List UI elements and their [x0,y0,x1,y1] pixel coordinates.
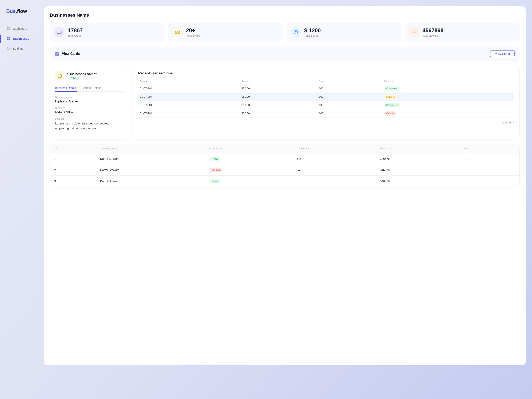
total-cards-icon [54,27,64,38]
list-item: 3 Darrel Steward Active 346578 ··· [50,176,519,187]
page-title: Businesses Name [50,13,519,18]
sidebar: Bus.flow Dashboard Businesses [0,0,42,399]
svg-rect-23 [55,54,57,56]
field-business-id-label: Business ID [55,107,124,109]
svg-rect-1 [9,27,10,28]
sidebar-item-businesses-label: Businesses [13,37,29,40]
total-cards-info: 17867 Total Cards [68,27,83,37]
tx-date: 01-07-204 [138,101,240,109]
tx-status: Cancel [382,109,514,118]
view-cards-left: View Cards [55,51,80,56]
col-amount: Amount [240,79,317,84]
logo-flow: .flow [16,8,27,14]
main-content: Businesses Name 17867 Total Cards [42,0,532,399]
tab-business-details[interactable]: Business Details [55,85,77,92]
dashboard-icon [7,27,11,31]
total-reward-info: 4567898 Total Reward [423,27,443,37]
cards-table-section: # ▾ Customer Name Card Status Total Scan… [50,144,519,187]
field-location-label: Location [55,117,124,120]
card-status-cell: Active [205,176,292,187]
field-business-name-label: Business name [55,96,124,99]
svg-rect-7 [9,39,10,40]
card-total-points: 346578 [376,176,459,187]
total-spent-label: Total Spent [304,34,321,37]
cards-col-status: Card Status [205,144,292,153]
transactions-table: Date ▾ Amount Cards Status ▾ 01-07-204 $… [138,79,514,118]
total-scans-icon [172,27,183,38]
svg-rect-14 [175,33,177,34]
field-business-id: Business ID 654738905789 [55,107,124,114]
svg-rect-15 [178,33,180,34]
svg-point-8 [8,48,9,49]
tx-cards: 100 [317,93,382,101]
cards-col-points: Total Points [376,144,459,153]
total-scans-info: 20+ Total Scans [186,27,200,37]
total-scans-value: 20+ [186,27,200,34]
col-status: Status ▾ [382,79,514,84]
table-row: 01-07-204 $50.00 100 Cancel [138,109,514,118]
tx-amount: $50.00 [240,93,317,101]
view-all-link[interactable]: View all → [138,121,514,124]
card-action[interactable]: ··· [459,153,519,164]
stat-card-total-spent: $ $ 1200 Total Spent [286,23,401,42]
total-reward-icon [409,27,419,38]
svg-rect-13 [178,31,180,32]
stat-card-total-cards: 17867 Total Cards [50,23,165,42]
business-display-name: "Businesses Name" [67,72,97,76]
svg-rect-12 [175,31,177,32]
cards-header-row: # ▾ Customer Name Card Status Total Scan… [50,144,519,153]
view-cards-bar: View Cards View Cards [50,47,519,61]
tx-status: Completed [382,101,514,109]
tx-date: 01-07-204 [138,93,240,101]
total-reward-value: 4567898 [423,27,443,34]
card-action[interactable]: ··· [459,164,519,176]
svg-rect-24 [57,54,59,56]
total-cards-value: 17867 [68,27,83,34]
transactions-panel: Recent Transections Date ▾ Amount Cards … [133,66,519,139]
svg-rect-4 [7,37,8,38]
table-row: 01-07-204 $50.00 100 Completed [138,101,514,109]
col-cards: Cards [317,79,382,84]
svg-rect-22 [57,52,59,54]
svg-rect-10 [57,32,61,32]
transactions-title: Recent Transections [138,71,514,76]
settings-icon [7,47,11,51]
transactions-header-row: Date ▾ Amount Cards Status ▾ [138,79,514,84]
svg-rect-5 [9,37,10,38]
card-action[interactable]: ··· [459,176,519,187]
view-cards-bar-icon [55,51,59,56]
cards-col-customer: Customer Name [96,144,205,153]
view-cards-bar-label: View Cards [62,52,80,56]
tx-date: 01-07-204 [138,109,240,118]
businesses-icon [7,37,11,41]
card-num: 1 [50,153,96,164]
svg-rect-2 [7,29,8,30]
logo: Bus.flow [4,8,38,14]
tx-amount: $50.00 [240,101,317,109]
sidebar-item-settings-label: Settings [13,47,24,50]
cards-col-action: Action [459,144,519,153]
svg-rect-9 [57,31,61,34]
business-status-badge: Active [67,76,79,80]
list-item: 2 Darrel Steward InActive 546 346578 ··· [50,164,519,176]
tx-cards: 100 [317,101,382,109]
card-total-scans: 546 [292,164,376,176]
sidebar-item-settings[interactable]: Settings [4,44,38,53]
table-row: 01-07-204 $50.00 100 Pending [138,93,514,101]
sidebar-item-businesses[interactable]: Businesses [4,34,38,43]
card-num: 3 [50,176,96,187]
table-row: 01-07-204 $50.00 100 Completed [138,84,514,93]
tx-amount: $50.00 [240,84,317,93]
stats-row: 17867 Total Cards 20+ Total Scans [50,23,519,42]
card-customer-name: Darrel Steward [96,164,205,176]
tx-status: Pending [382,93,514,101]
total-spent-info: $ 1200 Total Spent [304,27,321,37]
svg-rect-21 [55,52,57,54]
tab-contact-details[interactable]: Contact Details [82,85,101,92]
business-header: "Businesses Name" Active [55,71,124,80]
sidebar-item-dashboard[interactable]: Dashboard [4,25,38,33]
col-date: Date ▾ [138,79,240,84]
tx-cards: 100 [317,109,382,118]
sidebar-item-dashboard-label: Dashboard [13,27,27,30]
view-cards-button[interactable]: View Cards [490,50,514,57]
